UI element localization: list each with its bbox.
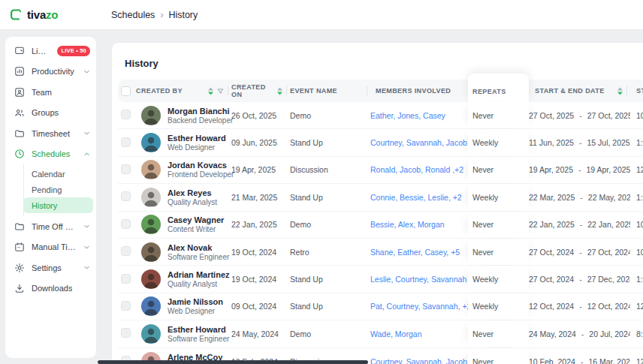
members-involved-links[interactable]: Leslie, Courtney, Savannah +3 (370, 275, 468, 284)
row-checkbox[interactable] (121, 164, 131, 174)
header-divider (286, 86, 287, 95)
breadcrumb-history[interactable]: History (168, 10, 198, 20)
header-label: STA (636, 87, 643, 95)
members-involved-links[interactable]: Courtney, Savannah, Jacob (370, 138, 468, 147)
table-row[interactable]: Casey Wagner Content Writer 22 Jan, 2025… (118, 212, 643, 239)
row-checkbox-cell (118, 219, 136, 230)
avatar (141, 242, 161, 262)
table-row[interactable]: Alex Novak Software Engineer 19 Oct, 202… (118, 239, 643, 266)
row-checkbox[interactable] (121, 301, 131, 311)
repeats-cell: Never (468, 239, 529, 265)
created-on-cell: 19 Oct, 2024 (231, 275, 290, 284)
members-involved-links[interactable]: Pat, Courtney, Savannah, +2 (370, 302, 468, 311)
row-checkbox-cell (118, 191, 136, 203)
sidebar-item-groups[interactable]: Groups (5, 103, 96, 124)
members-involved-links[interactable]: Wade, Morgan (370, 329, 468, 338)
header-repeats-dragged[interactable]: REPEATS (468, 74, 529, 102)
top-header: tivazo Schedules › History (0, 0, 643, 30)
sidebar-subitem-calendar[interactable]: Calendar (23, 166, 93, 182)
row-checkbox-cell (118, 137, 136, 149)
sidebar-item-timesheet[interactable]: Timesheet (5, 123, 96, 144)
avatar (141, 188, 161, 207)
start-time-cell-clipped: 10: (630, 111, 643, 120)
created-by-cell: Jordan Kovacs Frontend Developer (136, 160, 231, 179)
select-all-checkbox[interactable] (121, 86, 131, 96)
sort-icon[interactable] (617, 87, 623, 95)
table-row[interactable]: Esther Howard Software Engineer 24 May, … (118, 320, 643, 347)
row-checkbox[interactable] (121, 328, 131, 338)
sidebar-item-team[interactable]: Team (5, 82, 96, 103)
filter-icon[interactable] (217, 88, 224, 95)
member-name: Esther Howard (168, 134, 226, 143)
date-range-dash: - (581, 329, 584, 338)
row-checkbox[interactable] (121, 219, 131, 229)
members-involved-links[interactable]: Shane, Eather, Casey, +5 (370, 248, 468, 257)
row-checkbox[interactable] (121, 191, 131, 201)
sidebar-item-label: Groups (32, 108, 59, 117)
sidebar-item-label: Settings (32, 263, 62, 272)
row-checkbox[interactable] (121, 137, 131, 147)
team-icon (14, 87, 25, 98)
event-name-cell: Demo (290, 329, 370, 338)
start-date: 10 Feb, 2024 (529, 357, 575, 364)
header-label: MEMBERS INVOLVED (376, 87, 451, 95)
member-role: Software Engineer (168, 253, 229, 261)
members-involved-links[interactable]: Eather, Jones, Casey (370, 111, 468, 120)
start-time-cell-clipped: 1:0 (630, 275, 643, 284)
sidebar-item-liveboard[interactable]: Liveboard LIVE • 50 (5, 41, 96, 62)
member-role: Content Writer (168, 225, 224, 233)
table-row[interactable]: Alex Reyes Quality Analyst 21 Mar, 2025 … (118, 184, 643, 211)
event-name-cell: Stand Up (290, 302, 370, 311)
header-created-on[interactable]: CREATED ON (231, 80, 290, 102)
table-row[interactable]: Jordan Kovacs Frontend Developer 19 Apr,… (118, 157, 643, 184)
start-end-date-cell: 10 Feb, 2024 - 16 Mar, 2024 (529, 357, 630, 364)
sidebar-item-label: Downloads (32, 284, 72, 293)
members-involved-links[interactable]: Connie, Bessie, Leslie, +2 (370, 193, 468, 202)
breadcrumb-schedules[interactable]: Schedules (111, 10, 155, 20)
table-row[interactable]: Morgan Bianchi Backend Developer 26 Oct,… (118, 102, 643, 129)
time-off-folder-icon (14, 221, 25, 232)
start-date: 27 Oct, 2025 (529, 111, 574, 120)
brand-name: tivazo (27, 8, 58, 21)
repeats-cell: Never (468, 102, 529, 128)
row-checkbox[interactable] (121, 110, 131, 119)
members-involved-links[interactable]: Bessie, Alex, Morgan (370, 220, 468, 229)
event-name-cell: Discussion (290, 165, 370, 174)
created-by-cell: Alex Novak Software Engineer (136, 242, 231, 262)
header-start-end-date[interactable]: START & END DATE (529, 80, 630, 102)
start-time-cell-clipped: 1:0 (630, 138, 643, 147)
sidebar-subitem-history[interactable]: History (23, 197, 93, 213)
table-row[interactable]: Esther Howard Web Designer 09 Jun, 2025 … (118, 129, 643, 156)
member-role: Quality Analyst (168, 198, 217, 206)
sidebar-item-downloads[interactable]: Downloads (5, 278, 96, 299)
members-involved-links[interactable]: Courtney, Savannah, Jacob, +2 (370, 357, 468, 364)
table-row[interactable]: Adrian Martinez Quality Analyst 19 Oct, … (118, 266, 643, 293)
sidebar-item-label: Liveboard (32, 47, 49, 56)
brand-logo[interactable]: tivazo (10, 8, 58, 21)
chevron-down-icon (83, 264, 90, 271)
date-range-dash: - (579, 275, 582, 284)
members-involved-links[interactable]: Ronald, Jacob, Ronald ,+2 (370, 165, 468, 174)
header-created-by[interactable]: CREATED BY (136, 80, 231, 102)
start-date: 19 Apr, 2025 (529, 165, 573, 174)
sort-icon[interactable] (208, 87, 213, 95)
sidebar-item-manual-time[interactable]: Manual Time (5, 237, 96, 258)
event-name-cell: Demo (290, 220, 370, 229)
created-on-cell: 24 May, 2024 (231, 329, 290, 338)
row-checkbox[interactable] (121, 274, 131, 284)
sidebar-item-schedules[interactable]: Schedules (5, 144, 96, 165)
sort-icon[interactable] (277, 87, 282, 95)
repeats-cell: Weekly (468, 129, 529, 155)
repeats-cell: Never (468, 348, 529, 364)
end-date: 20 Jul, 2024 (589, 329, 630, 338)
table-row[interactable]: Jamie Nilsson Web Designer 09 Oct, 2024 … (118, 293, 643, 320)
row-checkbox[interactable] (121, 246, 131, 256)
sidebar-item-settings[interactable]: Settings (5, 257, 96, 278)
sidebar-subitem-pending[interactable]: Pending (23, 182, 93, 197)
horizontal-scrollbar[interactable] (98, 360, 368, 364)
schedules-submenu: Calendar Pending History (23, 164, 96, 216)
created-by-cell: Jamie Nilsson Web Designer (136, 296, 231, 316)
settings-gear-icon (14, 263, 25, 273)
sidebar-item-productivity[interactable]: Productivity (5, 62, 96, 83)
sidebar-item-time-off-requests[interactable]: Time Off Req... (5, 216, 96, 237)
